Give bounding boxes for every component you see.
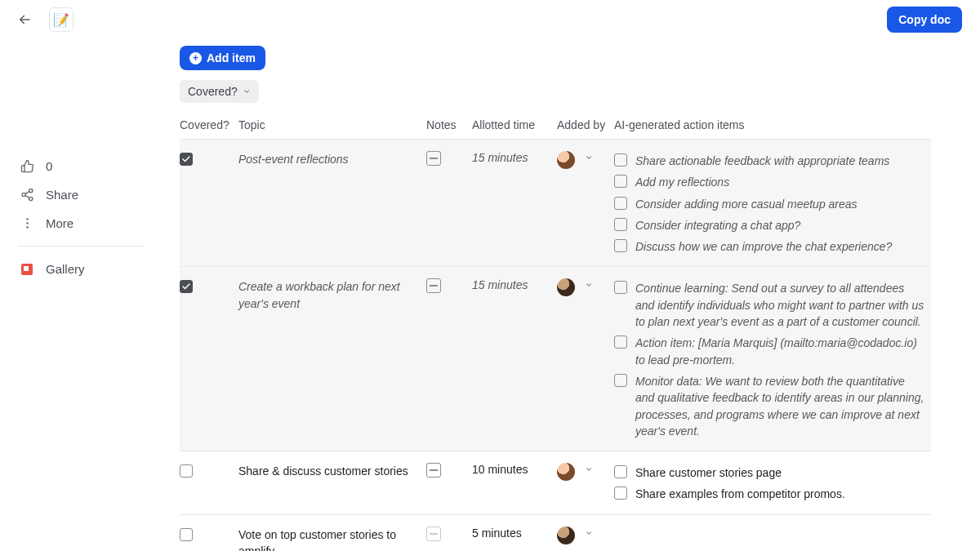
action-item-checkbox[interactable]	[614, 197, 627, 210]
table-row[interactable]: Vote on top customer stories to amplify5…	[180, 515, 931, 551]
ai-action-item[interactable]: Consider adding more casual meetup areas	[614, 196, 926, 212]
ai-action-item[interactable]: Add my reflections	[614, 174, 926, 190]
sidebar-divider	[18, 246, 145, 247]
arrow-left-icon	[17, 12, 32, 27]
notes-icon[interactable]	[426, 463, 441, 478]
action-item-checkbox[interactable]	[614, 218, 627, 231]
action-item-text: Monitor data: We want to review both the…	[635, 373, 926, 439]
ai-action-item[interactable]: Discuss how we can improve the chat expe…	[614, 238, 926, 255]
add-item-button[interactable]: + Add item	[180, 46, 265, 70]
action-item-checkbox[interactable]	[614, 281, 627, 294]
action-item-text: Share customer stories page	[635, 464, 782, 481]
action-item-checkbox[interactable]	[614, 175, 627, 188]
action-item-checkbox[interactable]	[614, 239, 627, 252]
allotted-time-cell[interactable]: 10 minutes	[472, 451, 557, 487]
gallery-icon	[20, 264, 34, 275]
covered-checkbox[interactable]	[180, 528, 193, 541]
table-row[interactable]: Share & discuss customer stories10 minut…	[180, 451, 931, 515]
covered-checkbox[interactable]	[180, 153, 193, 166]
allotted-time-cell[interactable]: 15 minutes	[472, 140, 557, 176]
action-item-text: Discuss how we can improve the chat expe…	[635, 238, 892, 255]
share-row[interactable]: Share	[15, 182, 149, 207]
top-bar: 📝 Copy doc	[0, 0, 980, 39]
allotted-time-cell[interactable]: 5 minutes	[472, 515, 557, 551]
action-item-checkbox[interactable]	[614, 335, 627, 349]
action-item-checkbox[interactable]	[614, 153, 627, 167]
ai-action-items: Share customer stories pageShare example…	[614, 464, 926, 503]
share-icon	[20, 188, 34, 202]
col-allotted-header[interactable]: Allotted time	[472, 111, 557, 139]
action-item-checkbox[interactable]	[614, 487, 627, 500]
avatar	[557, 527, 575, 544]
added-by-cell[interactable]	[557, 140, 614, 180]
allotted-time-cell[interactable]: 15 minutes	[472, 267, 557, 303]
chevron-down-icon	[243, 87, 251, 96]
col-addedby-header[interactable]: Added by	[557, 111, 614, 139]
ai-action-item[interactable]: Continue learning: Send out a survey to …	[614, 280, 926, 330]
added-by-cell[interactable]	[557, 267, 614, 308]
avatar	[557, 278, 575, 296]
ai-action-item[interactable]: Share actionable feedback with appropria…	[614, 153, 926, 169]
topic-cell[interactable]: Create a workback plan for next year's e…	[238, 267, 426, 323]
added-by-cell[interactable]	[557, 515, 614, 551]
ai-action-items: Continue learning: Send out a survey to …	[614, 280, 926, 439]
svg-point-8	[26, 226, 29, 229]
chevron-down-icon	[585, 529, 593, 537]
covered-checkbox[interactable]	[180, 464, 193, 478]
table-row[interactable]: Post-event reflections15 minutesShare ac…	[180, 140, 931, 267]
share-label: Share	[46, 188, 78, 202]
notes-icon[interactable]	[426, 527, 441, 541]
col-ai-header[interactable]: AI-generated action items	[614, 111, 931, 139]
topic-cell[interactable]: Share & discuss customer stories	[238, 451, 426, 491]
action-item-checkbox[interactable]	[614, 374, 627, 387]
copy-doc-button[interactable]: Copy doc	[887, 7, 962, 33]
action-item-text: Consider adding more casual meetup areas	[635, 196, 858, 212]
more-row[interactable]: More	[15, 211, 149, 236]
avatar	[557, 151, 575, 169]
chevron-down-icon	[585, 281, 593, 289]
likes-row[interactable]: 0	[15, 153, 149, 179]
more-label: More	[46, 216, 74, 230]
table-row[interactable]: Create a workback plan for next year's e…	[180, 267, 931, 451]
plus-circle-icon: +	[189, 52, 202, 64]
avatar	[557, 463, 575, 481]
chevron-down-icon	[585, 465, 593, 473]
action-item-text: Share actionable feedback with appropria…	[635, 153, 889, 169]
topic-cell[interactable]: Vote on top customer stories to amplify	[238, 515, 426, 551]
doc-icon[interactable]: 📝	[49, 7, 74, 32]
gallery-label: Gallery	[46, 262, 85, 276]
col-notes-header[interactable]: Notes	[426, 111, 472, 139]
agenda-table: Covered? Topic Notes Allotted time Added…	[180, 111, 931, 551]
thumbs-up-icon	[20, 159, 34, 173]
chevron-down-icon	[585, 153, 593, 162]
svg-point-7	[26, 222, 29, 224]
action-item-checkbox[interactable]	[614, 465, 627, 478]
ai-action-items: Share actionable feedback with appropria…	[614, 153, 926, 255]
svg-line-4	[25, 196, 29, 198]
col-covered-header[interactable]: Covered?	[180, 111, 238, 139]
topic-cell[interactable]: Post-event reflections	[238, 140, 426, 179]
notes-icon[interactable]	[426, 278, 441, 293]
action-item-text: Continue learning: Send out a survey to …	[635, 280, 926, 330]
covered-checkbox[interactable]	[180, 280, 193, 293]
main-content: + Add item Covered? Covered? Topic Notes…	[163, 39, 980, 551]
more-vertical-icon	[20, 216, 34, 230]
back-button[interactable]	[15, 10, 34, 29]
filter-covered-chip[interactable]: Covered?	[180, 80, 259, 103]
col-topic-header[interactable]: Topic	[238, 111, 426, 139]
added-by-cell[interactable]	[557, 451, 614, 492]
like-count: 0	[46, 159, 52, 173]
svg-line-5	[25, 192, 29, 194]
ai-action-item[interactable]: Monitor data: We want to review both the…	[614, 373, 926, 439]
action-item-text: Add my reflections	[635, 174, 729, 190]
gallery-row[interactable]: Gallery	[15, 256, 149, 282]
svg-point-6	[26, 218, 29, 220]
ai-action-item[interactable]: Action item: [Maria Marquis] (mailto:mar…	[614, 335, 926, 368]
action-item-text: Consider integrating a chat app?	[635, 217, 800, 233]
ai-action-item[interactable]: Share customer stories page	[614, 464, 926, 481]
ai-action-item[interactable]: Share examples from competitor promos.	[614, 486, 926, 502]
notes-icon[interactable]	[426, 151, 441, 166]
table-header: Covered? Topic Notes Allotted time Added…	[180, 111, 931, 140]
ai-action-item[interactable]: Consider integrating a chat app?	[614, 217, 926, 233]
left-sidebar: 0 Share More Gallery	[0, 39, 163, 551]
